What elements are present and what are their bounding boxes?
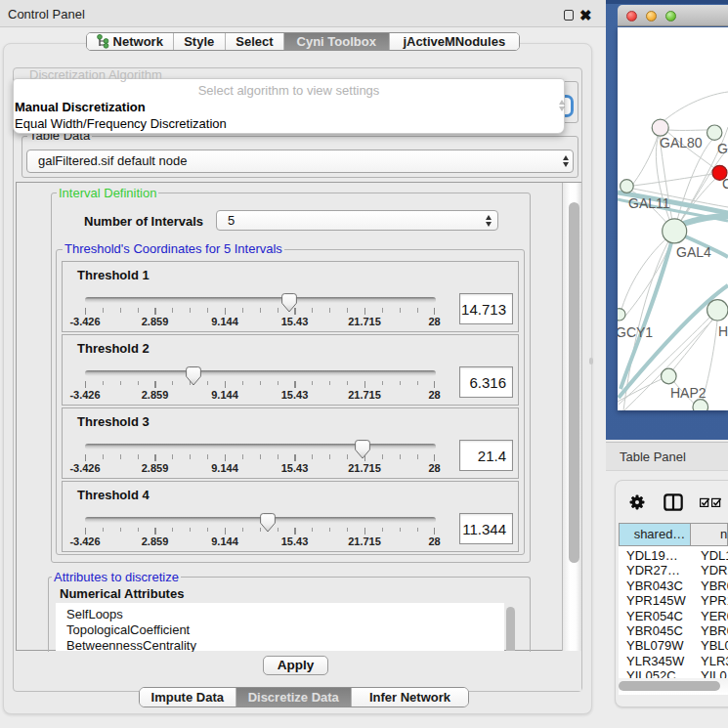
svg-text:C: C xyxy=(722,176,728,192)
svg-text:GAL11: GAL11 xyxy=(628,195,670,211)
svg-text:GAL4: GAL4 xyxy=(676,244,711,260)
svg-text:H: H xyxy=(718,323,728,339)
svg-text:GA: GA xyxy=(717,141,728,156)
svg-text:HAP2: HAP2 xyxy=(670,385,707,401)
svg-text:GCY1: GCY1 xyxy=(618,324,653,340)
svg-text:GAL80: GAL80 xyxy=(660,135,703,150)
